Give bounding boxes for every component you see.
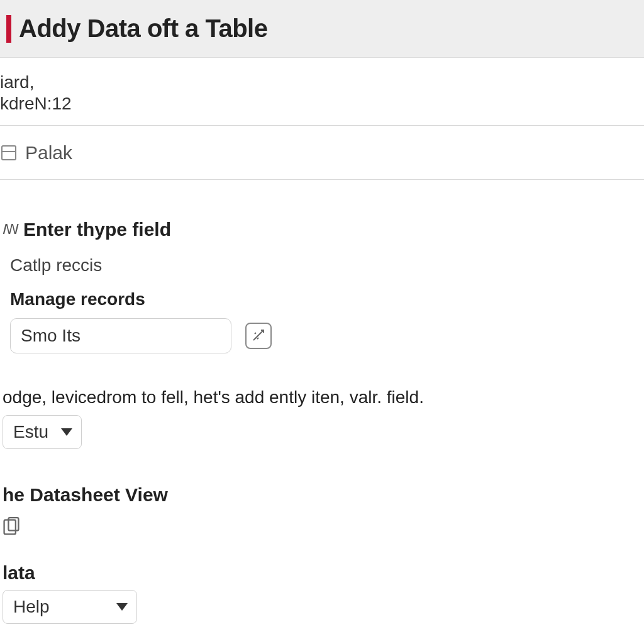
- content-area: iard, kdreN:12 Palak ꟿ Enter thype field…: [0, 58, 644, 624]
- object-row[interactable]: Palak: [0, 126, 644, 180]
- estu-select-value: Estu: [13, 422, 48, 442]
- datasheet-icon: [3, 517, 20, 537]
- description-text: odge, levicedrom to fell, het's add entl…: [3, 387, 644, 408]
- manage-input-row: [10, 318, 644, 353]
- estu-select[interactable]: Estu: [3, 415, 82, 449]
- help-select-value: Help: [13, 597, 50, 617]
- svg-rect-0: [4, 520, 16, 535]
- manage-records-input[interactable]: [10, 318, 231, 353]
- hint-glyph-icon: ꟿ: [3, 221, 18, 238]
- accent-bar: [6, 15, 11, 43]
- datasheet-view-label: he Datasheet View: [3, 484, 644, 506]
- object-name: Palak: [25, 142, 72, 164]
- wand-icon: [251, 328, 266, 345]
- enter-field-row: ꟿ Enter thype field: [3, 219, 644, 240]
- help-select[interactable]: Help: [3, 590, 137, 624]
- table-icon: [1, 145, 16, 160]
- data-section-label: lata: [3, 562, 644, 584]
- title-bar: Addy Data oft a Table: [0, 0, 644, 58]
- window-title: Addy Data oft a Table: [19, 14, 267, 43]
- catlp-text: Catlp reccis: [10, 255, 644, 275]
- chevron-down-icon: [116, 603, 128, 611]
- chevron-down-icon: [61, 428, 72, 436]
- enter-field-label: Enter thype field: [23, 219, 171, 240]
- meta-line-1: iard,: [0, 72, 644, 93]
- manage-records-label: Manage records: [10, 289, 644, 309]
- builder-button[interactable]: [245, 323, 272, 349]
- meta-block: iard, kdreN:12: [0, 58, 644, 126]
- meta-line-2: kdreN:12: [0, 93, 644, 114]
